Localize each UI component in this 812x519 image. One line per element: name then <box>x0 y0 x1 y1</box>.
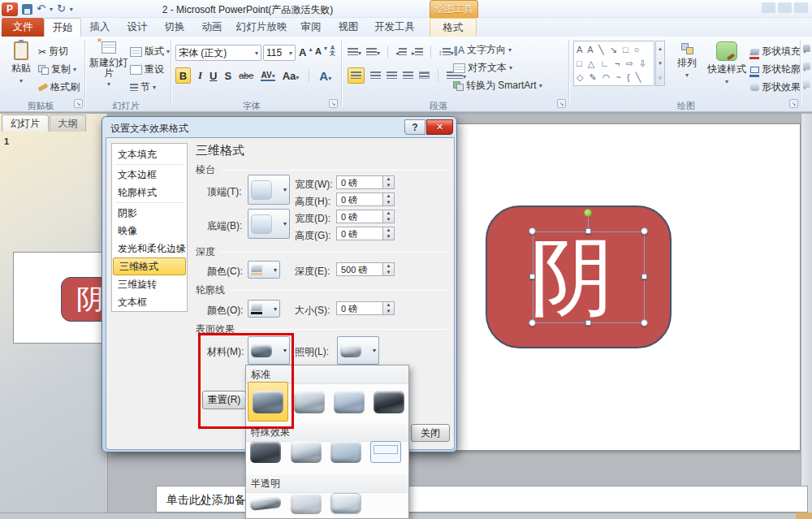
shadow-button[interactable]: S <box>224 70 231 82</box>
drawing-dialog-launcher-icon[interactable]: ↘ <box>789 99 798 108</box>
shapes-gallery[interactable]: A A ╲ ↘ □ ○ □ △ ∟ ¬ ⇨ ⇩ ◇ ✎ ◠ ~ { ╲ <box>573 41 654 86</box>
tab-developer[interactable]: 开发工具 <box>367 18 422 37</box>
underline-button[interactable]: U <box>209 70 217 82</box>
rotation-handle[interactable] <box>584 209 592 217</box>
tab-slideshow[interactable]: 幻灯片放映 <box>231 18 292 37</box>
close-icon[interactable] <box>794 2 808 13</box>
text-direction-button[interactable]: ∥A文字方向▾ <box>453 43 512 57</box>
quick-styles-button[interactable]: 快速样式▾ <box>705 41 749 85</box>
line-spacing-icon[interactable]: ↕▾ <box>438 46 454 58</box>
align-right-icon[interactable] <box>387 70 397 81</box>
bold-button[interactable]: B <box>175 67 191 84</box>
bevel-top-dropdown[interactable]: ▾ <box>248 175 290 205</box>
copy-button[interactable]: 复制▾ <box>38 63 76 76</box>
selection-handle-bottom-right[interactable] <box>641 319 648 327</box>
distribute-icon[interactable] <box>419 70 430 81</box>
font-name-combo[interactable]: 宋体 (正文)▾ <box>175 45 261 61</box>
menu-text-border[interactable]: 文本边框 <box>112 166 187 184</box>
maximize-icon[interactable] <box>778 2 792 13</box>
material-metal[interactable] <box>373 388 405 416</box>
menu-3d-rotation[interactable]: 三维旋转 <box>112 275 187 293</box>
select-icon[interactable] <box>803 80 810 88</box>
section-button[interactable]: 节▾ <box>130 80 156 94</box>
material-soft-edge[interactable] <box>290 439 322 465</box>
material-translucent-powder[interactable] <box>290 491 322 516</box>
paragraph-dialog-launcher-icon[interactable]: ↘ <box>557 99 566 108</box>
character-spacing-button[interactable]: AV▾ <box>261 71 274 81</box>
tab-insert[interactable]: 插入 <box>81 18 119 37</box>
depth-color-dropdown[interactable]: ▾ <box>248 261 280 279</box>
material-wireframe[interactable] <box>369 439 402 465</box>
new-slide-button[interactable]: * 新建幻灯片▾ <box>89 41 128 88</box>
arrange-button[interactable]: 排列▾ <box>669 43 705 79</box>
vertical-scrollbar[interactable] <box>801 114 812 513</box>
shape-fill-button[interactable]: 形状填充▾ <box>750 45 806 58</box>
menu-reflection[interactable]: 映像 <box>112 222 187 240</box>
replace-icon[interactable] <box>803 63 810 70</box>
powerpoint-logo-icon[interactable]: P <box>2 2 18 16</box>
dialog-close-button[interactable]: ✕ <box>426 119 453 135</box>
bottom-width-spinner[interactable]: 0 磅▲▼ <box>336 210 395 223</box>
justify-icon[interactable] <box>403 70 413 81</box>
layout-button[interactable]: 版式▾ <box>130 45 170 58</box>
menu-text-fill[interactable]: 文本填充 <box>112 145 187 163</box>
tab-home[interactable]: 开始 <box>44 18 81 37</box>
increase-indent-icon[interactable]: ▸ <box>412 46 423 58</box>
redo-icon[interactable]: ↻ <box>57 2 66 15</box>
grow-font-button[interactable]: A▴ <box>299 46 312 58</box>
depth-spinner[interactable]: 500 磅▲▼ <box>336 262 395 276</box>
qat-customize-icon[interactable]: ▾ <box>70 6 73 13</box>
tab-view[interactable]: 视图 <box>330 18 367 37</box>
tab-review[interactable]: 审阅 <box>292 18 330 37</box>
tab-file[interactable]: 文件 <box>2 18 44 37</box>
selection-handle-bottom-left[interactable] <box>529 319 536 327</box>
material-warm-matte[interactable] <box>293 388 326 416</box>
phonetic-guide-button[interactable]: A文 <box>330 45 335 56</box>
tab-slides-pane[interactable]: 幻灯片 <box>2 115 49 132</box>
cut-button[interactable]: ✂剪切 <box>38 45 68 58</box>
bevel-bottom-dropdown[interactable]: ▾ <box>248 209 290 239</box>
shape-effects-button[interactable]: 形状效果▾ <box>750 80 806 94</box>
contour-color-dropdown[interactable]: ▾ <box>248 300 280 318</box>
selection-handle-top[interactable] <box>585 228 591 234</box>
italic-button[interactable]: I <box>198 69 202 82</box>
shape-outline-button[interactable]: 形状轮廓▾ <box>750 63 806 76</box>
font-color-button[interactable]: A▾ <box>319 69 331 83</box>
tab-transitions[interactable]: 切换 <box>156 18 193 37</box>
tab-format[interactable]: 格式 <box>430 18 477 37</box>
font-dialog-launcher-icon[interactable]: ↘ <box>329 99 338 108</box>
format-painter-button[interactable]: 格式刷 <box>38 80 80 94</box>
top-height-spinner[interactable]: 0 磅▲▼ <box>336 192 395 206</box>
material-powder[interactable] <box>249 491 282 516</box>
strikethrough-button[interactable]: abe <box>239 71 253 80</box>
minimize-icon[interactable] <box>762 2 775 13</box>
menu-text-box[interactable]: 文本框 <box>112 293 187 311</box>
tab-outline-pane[interactable]: 大纲 <box>50 115 86 132</box>
material-plastic[interactable] <box>333 388 365 416</box>
menu-3d-format[interactable]: 三维格式 <box>113 257 186 275</box>
undo-dropdown-icon[interactable]: ▾ <box>50 6 53 13</box>
selection-handle-bottom[interactable] <box>585 320 591 326</box>
selection-handle-left[interactable] <box>529 274 535 279</box>
bullets-icon[interactable]: ▾ <box>348 46 361 58</box>
menu-outline-style[interactable]: 轮廓样式 <box>112 184 187 201</box>
change-case-button[interactable]: Aa▾ <box>283 70 300 82</box>
slide-thumbnail[interactable]: 阴 <box>13 252 104 344</box>
contour-size-spinner[interactable]: 0 磅▲▼ <box>336 301 395 315</box>
selection-handle-right[interactable] <box>641 274 647 279</box>
find-icon[interactable] <box>803 45 810 52</box>
align-center-icon[interactable] <box>370 70 381 81</box>
align-left-icon[interactable] <box>348 67 365 84</box>
material-clear[interactable] <box>330 491 362 516</box>
decrease-indent-icon[interactable]: ◂ <box>395 46 407 58</box>
menu-shadow[interactable]: 阴影 <box>112 204 187 222</box>
numbering-icon[interactable]: ▾ <box>366 46 380 58</box>
shapes-gallery-scroll[interactable]: ▴▾▿ <box>655 41 665 86</box>
clipboard-dialog-launcher-icon[interactable]: ↘ <box>74 99 83 108</box>
font-size-combo[interactable]: 115▾ <box>263 45 296 61</box>
lighting-dropdown-button[interactable]: ▾ <box>337 336 379 365</box>
tab-animations[interactable]: 动画 <box>193 18 231 37</box>
tab-design[interactable]: 设计 <box>119 18 156 37</box>
selection-handle-top-right[interactable] <box>641 227 648 235</box>
material-dark-edge[interactable] <box>249 439 282 465</box>
